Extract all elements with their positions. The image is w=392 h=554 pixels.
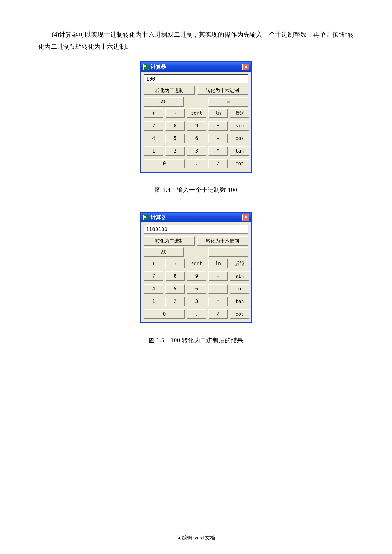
plus-button[interactable]: + [208,121,228,131]
titlebar: 计算器 × [141,62,251,72]
digit-5-button[interactable]: 5 [165,134,185,143]
paragraph: (4)计算器可以实现十进制转化为十六进制或二进制，其实现的操作为先输入一个十进制… [38,28,354,52]
digit-5-button[interactable]: 5 [165,284,185,294]
multiply-button[interactable]: * [208,297,228,306]
sqrt-button[interactable]: sqrt [187,259,206,268]
rparen-button[interactable]: ) [165,259,185,268]
digit-9-button[interactable]: 9 [187,121,206,131]
tan-button[interactable]: tan [230,146,249,156]
multiply-button[interactable]: * [208,146,228,156]
lparen-button[interactable]: ( [144,108,163,118]
digit-8-button[interactable]: 8 [165,271,185,281]
equals-button[interactable]: = [208,97,248,107]
ac-button[interactable]: AC [144,247,184,257]
ln-button[interactable]: ln [208,108,228,118]
digit-7-button[interactable]: 7 [144,271,163,281]
app-icon [143,64,149,70]
calculator-window: 计算器 × 转化为二进制 转化为十六进制 AC = ( ) sq [140,212,252,323]
client-area: 转化为二进制 转化为十六进制 AC = ( ) sqrt ln 后退 7 8 [141,222,251,322]
cot-button[interactable]: cot [230,309,249,319]
tan-button[interactable]: tan [230,297,249,306]
digit-7-button[interactable]: 7 [144,121,163,131]
cos-button[interactable]: cos [230,284,249,294]
divide-button[interactable]: / [208,159,228,168]
display-input[interactable] [144,74,248,83]
digit-1-button[interactable]: 1 [144,146,163,156]
figure-2: 计算器 × 转化为二进制 转化为十六进制 AC = ( ) sq [38,212,354,323]
sin-button[interactable]: sin [230,271,249,281]
rparen-button[interactable]: ) [165,108,185,118]
to-hex-button[interactable]: 转化为十六进制 [197,86,248,95]
digit-4-button[interactable]: 4 [144,134,163,143]
digit-2-button[interactable]: 2 [165,297,185,306]
to-hex-button[interactable]: 转化为十六进制 [197,236,248,246]
digit-1-button[interactable]: 1 [144,297,163,306]
close-icon[interactable]: × [242,214,249,221]
keypad: ( ) sqrt ln 后退 7 8 9 + sin 4 5 6 - cos 1 [144,108,248,168]
digit-3-button[interactable]: 3 [187,146,206,156]
divide-button[interactable]: / [208,309,228,319]
window-title: 计算器 [151,214,242,221]
window-title: 计算器 [151,64,242,70]
cos-button[interactable]: cos [230,134,249,143]
client-area: 转化为二进制 转化为十六进制 AC = ( ) sqrt ln 后退 7 8 [141,72,251,172]
footer: 可编辑 word 文档 [0,535,392,541]
plus-button[interactable]: + [208,271,228,281]
figure-1: 计算器 × 转化为二进制 转化为十六进制 AC = ( ) sq [38,61,354,173]
backspace-button[interactable]: 后退 [230,108,249,118]
cot-button[interactable]: cot [230,159,249,168]
ac-button[interactable]: AC [144,97,184,107]
minus-button[interactable]: - [208,134,228,143]
minus-button[interactable]: - [208,284,228,294]
ln-button[interactable]: ln [208,259,228,268]
digit-0-button[interactable]: 0 [144,159,185,168]
digit-2-button[interactable]: 2 [165,146,185,156]
close-icon[interactable]: × [242,64,249,70]
backspace-button[interactable]: 后退 [230,259,249,268]
keypad: ( ) sqrt ln 后退 7 8 9 + sin 4 5 6 - cos 1 [144,259,248,319]
display-input[interactable] [144,225,248,234]
dot-button[interactable]: . [187,309,206,319]
calculator-window: 计算器 × 转化为二进制 转化为十六进制 AC = ( ) sq [140,61,252,173]
figure-2-caption: 图 1.5 100 转化为二进制后的结果 [38,336,354,344]
to-binary-button[interactable]: 转化为二进制 [144,86,195,95]
page: (4)计算器可以实现十进制转化为十六进制或二进制，其实现的操作为先输入一个十进制… [0,0,392,381]
figure-1-caption: 图 1.4 输入一个十进制数 100 [38,186,354,194]
equals-button[interactable]: = [208,247,248,257]
titlebar: 计算器 × [141,213,251,222]
digit-8-button[interactable]: 8 [165,121,185,131]
digit-6-button[interactable]: 6 [187,134,206,143]
app-icon [143,215,149,220]
dot-button[interactable]: . [187,159,206,168]
to-binary-button[interactable]: 转化为二进制 [144,236,195,246]
sqrt-button[interactable]: sqrt [187,108,206,118]
lparen-button[interactable]: ( [144,259,163,268]
digit-4-button[interactable]: 4 [144,284,163,294]
paragraph-text: (4)计算器可以实现十进制转化为十六进制或二进制，其实现的操作为先输入一个十进制… [38,31,354,50]
digit-3-button[interactable]: 3 [187,297,206,306]
sin-button[interactable]: sin [230,121,249,131]
digit-9-button[interactable]: 9 [187,271,206,281]
digit-0-button[interactable]: 0 [144,309,185,319]
digit-6-button[interactable]: 6 [187,284,206,294]
